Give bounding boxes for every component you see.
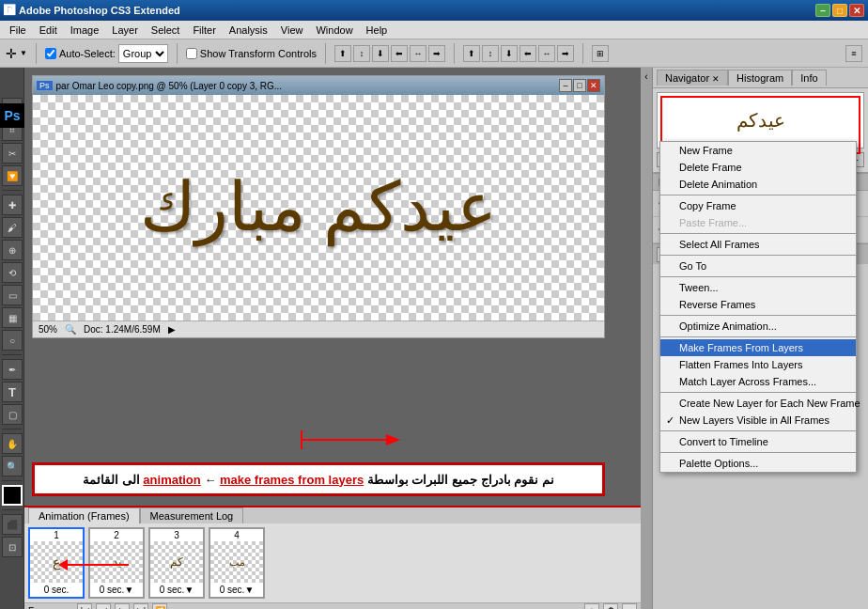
dist-hcenter-icon[interactable]: ↔ (538, 45, 555, 62)
close-button[interactable]: ✕ (849, 4, 864, 17)
auto-select-dropdown[interactable]: Group Layer (118, 44, 168, 63)
frame-arrow (58, 551, 133, 579)
align-vcenter-icon[interactable]: ↕ (353, 45, 370, 62)
ctx-match-layer[interactable]: Match Layer Across Frames... (660, 373, 856, 390)
document-statusbar: 50% 🔍 Doc: 1.24M/6.59M ▶ (33, 320, 604, 337)
eraser-tool[interactable]: ▭ (2, 285, 23, 305)
doc-arrow-icon[interactable]: ▶ (168, 324, 176, 335)
menu-file[interactable]: File (4, 23, 32, 38)
maximize-button[interactable]: □ (832, 4, 847, 17)
align-hcenter-icon[interactable]: ↔ (410, 45, 426, 62)
ctx-make-frames-from-layers[interactable]: Make Frames From Layers (660, 339, 856, 356)
frame-4-time[interactable]: 0 sec.▼ (218, 583, 256, 597)
ctx-select-all-frames[interactable]: Select All Frames (660, 236, 856, 253)
menu-view[interactable]: View (275, 23, 309, 38)
history-tool[interactable]: ⟲ (2, 262, 23, 283)
shape-tool[interactable]: ▢ (2, 404, 23, 425)
ctx-delete-animation[interactable]: Delete Animation (660, 176, 856, 193)
tab-measurement-log[interactable]: Measurement Log (140, 508, 244, 523)
frame-3[interactable]: 3 كم 0 sec.▼ (148, 527, 205, 599)
zoom-tool[interactable]: 🔍 (2, 456, 23, 476)
ctx-flatten-frames[interactable]: Flatten Frames Into Layers (660, 356, 856, 373)
brush-tool[interactable]: 🖌 (2, 217, 23, 238)
ctx-sep-4 (660, 276, 856, 277)
dodge-tool[interactable]: ○ (2, 330, 23, 351)
menu-select[interactable]: Select (146, 23, 186, 38)
frame-1-time[interactable]: 0 sec. (42, 583, 71, 597)
menu-window[interactable]: Window (310, 23, 358, 38)
dist-vcenter-icon[interactable]: ↕ (482, 45, 499, 62)
ctx-convert-to-timeline[interactable]: Convert to Timeline (660, 433, 856, 450)
align-left-icon[interactable]: ⬅ (391, 45, 408, 62)
ctx-new-frame[interactable]: New Frame (660, 142, 856, 159)
menu-analysis[interactable]: Analysis (224, 23, 273, 38)
dist-bottom-icon[interactable]: ⬇ (501, 45, 518, 62)
navigator-tab-close[interactable]: ✕ (712, 74, 720, 84)
frame-2-time[interactable]: 0 sec.▼ (98, 583, 136, 597)
menu-filter[interactable]: Filter (187, 23, 221, 38)
ctx-delete-frame[interactable]: Delete Frame (660, 159, 856, 176)
gradient-tool[interactable]: ▦ (2, 307, 23, 328)
move-tool-icon[interactable]: ✛ (6, 46, 17, 61)
ctx-new-layers-visible[interactable]: ✓New Layers Visible in All Frames (660, 412, 856, 429)
menu-edit[interactable]: Edit (34, 23, 63, 38)
tab-histogram[interactable]: Histogram (728, 70, 792, 86)
ctx-go-to[interactable]: Go To (660, 258, 856, 274)
ctx-copy-frame[interactable]: Copy Frame (660, 197, 856, 214)
anim-first-btn[interactable]: |◀ (77, 603, 92, 609)
ctx-create-new-layer[interactable]: Create New Layer for Each New Frame (660, 395, 856, 412)
text-tool[interactable]: T (2, 382, 23, 402)
instruction-link2[interactable]: animation (143, 473, 200, 487)
stamp-tool[interactable]: ⊕ (2, 240, 23, 260)
anim-menu-btn[interactable]: ≡ (622, 603, 637, 609)
tab-navigator[interactable]: Navigator✕ (657, 70, 728, 86)
panel-collapse[interactable]: ‹ (641, 68, 652, 609)
anim-delete-btn[interactable]: 🗑 (603, 603, 618, 609)
anim-copy-btn[interactable]: + (584, 603, 599, 609)
ctx-palette-options[interactable]: Palette Options... (660, 455, 856, 472)
heal-tool[interactable]: ✚ (2, 195, 23, 215)
auto-align-icon[interactable]: ⊞ (592, 45, 609, 62)
doc-info: Doc: 1.24M/6.59M (84, 324, 161, 335)
tool-separator-1 (2, 190, 22, 191)
anim-next-btn[interactable]: ▶| (133, 603, 148, 609)
tab-animation-frames[interactable]: Animation (Frames) (28, 508, 140, 523)
hand-tool[interactable]: ✋ (2, 433, 23, 454)
pen-tool[interactable]: ✒ (2, 359, 23, 380)
move-tool-arrow: ▼ (20, 49, 27, 57)
dist-left-icon[interactable]: ⬅ (519, 45, 536, 62)
nav-preview-text: عيدكم (736, 109, 785, 132)
dist-right-icon[interactable]: ➡ (557, 45, 574, 62)
eyedrop-tool[interactable]: 🔽 (2, 165, 23, 186)
crop-tool[interactable]: ✂ (2, 143, 23, 164)
doc-maximize-btn[interactable]: □ (573, 79, 586, 92)
frame-3-time[interactable]: 0 sec.▼ (158, 583, 196, 597)
dist-top-icon[interactable]: ⬆ (463, 45, 480, 62)
anim-loop-btn[interactable]: 🔁 (152, 603, 167, 609)
minimize-button[interactable]: – (815, 4, 830, 17)
ctx-paste-frame[interactable]: Paste Frame... (660, 214, 856, 231)
fullscreen-mode[interactable]: ⊡ (2, 537, 23, 557)
doc-close-btn[interactable]: ✕ (587, 79, 600, 92)
frame-4[interactable]: 4 مب 0 sec.▼ (209, 527, 265, 599)
instruction-link1[interactable]: make frames from layers (220, 473, 364, 487)
anim-prev-btn[interactable]: ◀ (96, 603, 111, 609)
anim-play-btn[interactable]: ▶ (115, 603, 130, 609)
main-area: Ps ⬚ ⌗ ✂ 🔽 ✚ 🖌 ⊕ ⟲ ▭ ▦ ○ ✒ T ▢ ✋ 🔍 ⬛ ⊡ (0, 68, 868, 609)
menu-image[interactable]: Image (65, 23, 105, 38)
auto-select-checkbox[interactable] (45, 48, 56, 59)
show-transform-checkbox[interactable] (186, 48, 197, 59)
menu-layer[interactable]: Layer (106, 23, 144, 38)
ctx-optimize-animation[interactable]: Optimize Animation... (660, 318, 856, 335)
menu-help[interactable]: Help (361, 23, 394, 38)
ctx-tween[interactable]: Tween... (660, 279, 856, 296)
options-icon[interactable]: ≡ (845, 45, 862, 62)
screen-mode[interactable]: ⬛ (2, 514, 23, 535)
tab-info[interactable]: Info (792, 70, 826, 86)
align-right-icon[interactable]: ➡ (428, 45, 445, 62)
doc-minimize-btn[interactable]: – (559, 79, 572, 92)
foreground-color[interactable] (2, 485, 23, 506)
ctx-reverse-frames[interactable]: Reverse Frames (660, 296, 856, 313)
align-top-icon[interactable]: ⬆ (334, 45, 351, 62)
align-bottom-icon[interactable]: ⬇ (372, 45, 389, 62)
